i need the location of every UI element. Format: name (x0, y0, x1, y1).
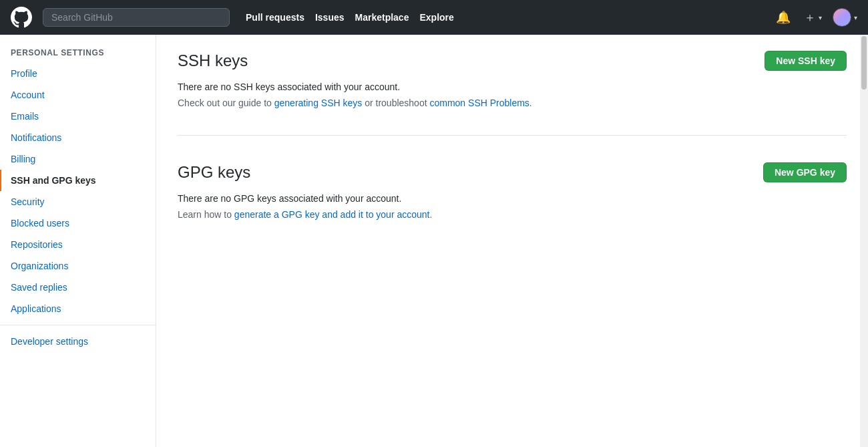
sidebar-item-emails[interactable]: Emails (0, 106, 156, 127)
sidebar-link-saved-replies[interactable]: Saved replies (0, 277, 156, 298)
sidebar-item-notifications[interactable]: Notifications (0, 127, 156, 148)
sidebar-item-billing[interactable]: Billing (0, 148, 156, 170)
search-input[interactable] (43, 8, 230, 27)
chevron-down-icon-avatar: ▾ (854, 14, 857, 21)
sidebar-link-applications[interactable]: Applications (0, 298, 156, 319)
navbar-right: 🔔 ＋ ▾ ▾ (773, 7, 857, 28)
sidebar-link-blocked-users[interactable]: Blocked users (0, 212, 156, 234)
notifications-button[interactable]: 🔔 (773, 7, 793, 27)
ssh-guide-middle: or troubleshoot (362, 98, 429, 108)
sidebar-link-ssh-gpg-keys[interactable]: SSH and GPG keys (0, 170, 156, 191)
sidebar: Personal settings Profile Account Emails… (0, 35, 156, 447)
scrollbar-thumb (861, 36, 867, 90)
ssh-section-title: SSH keys (178, 51, 248, 70)
sidebar-item-ssh-gpg-keys[interactable]: SSH and GPG keys (0, 170, 156, 191)
sidebar-link-account[interactable]: Account (0, 84, 156, 106)
github-logo[interactable] (11, 7, 32, 28)
sidebar-link-notifications[interactable]: Notifications (0, 127, 156, 148)
ssh-guide-text: Check out our guide to generating SSH ke… (178, 98, 847, 108)
main-content: SSH keys New SSH key There are no SSH ke… (156, 35, 868, 447)
sidebar-item-applications[interactable]: Applications (0, 298, 156, 319)
sidebar-heading: Personal settings (0, 48, 156, 63)
avatar-button[interactable]: ▾ (833, 8, 857, 27)
sidebar-item-profile[interactable]: Profile (0, 63, 156, 84)
sidebar-item-organizations[interactable]: Organizations (0, 255, 156, 277)
page-wrapper: Personal settings Profile Account Emails… (0, 35, 868, 447)
chevron-down-icon: ▾ (819, 14, 822, 21)
new-ssh-key-button[interactable]: New SSH key (765, 51, 847, 71)
generate-gpg-key-link[interactable]: generate a GPG key and add it to your ac… (234, 209, 430, 220)
sidebar-item-repositories[interactable]: Repositories (0, 234, 156, 255)
avatar (833, 8, 851, 27)
scrollbar[interactable] (860, 35, 868, 447)
sidebar-item-developer-settings[interactable]: Developer settings (0, 325, 156, 352)
gpg-section-header: GPG keys New GPG key (178, 162, 847, 182)
plus-icon: ＋ (804, 9, 816, 25)
bell-icon: 🔔 (776, 10, 791, 25)
nav-pull-requests[interactable]: Pull requests (246, 12, 304, 23)
generating-ssh-keys-link[interactable]: generating SSH keys (274, 98, 363, 108)
gpg-keys-section: GPG keys New GPG key There are no GPG ke… (178, 162, 847, 247)
sidebar-link-emails[interactable]: Emails (0, 106, 156, 127)
ssh-keys-section: SSH keys New SSH key There are no SSH ke… (178, 51, 847, 136)
gpg-learn-suffix: . (429, 209, 432, 220)
new-menu-button[interactable]: ＋ ▾ (801, 7, 825, 28)
navbar: Pull requests Issues Marketplace Explore… (0, 0, 868, 35)
ssh-section-header: SSH keys New SSH key (178, 51, 847, 71)
ssh-guide-prefix: Check out our guide to (178, 98, 274, 108)
navbar-links: Pull requests Issues Marketplace Explore (246, 12, 454, 23)
gpg-learn-text: Learn how to generate a GPG key and add … (178, 209, 847, 220)
nav-explore[interactable]: Explore (419, 12, 453, 23)
nav-marketplace[interactable]: Marketplace (355, 12, 409, 23)
sidebar-item-account[interactable]: Account (0, 84, 156, 106)
sidebar-item-security[interactable]: Security (0, 191, 156, 212)
sidebar-link-organizations[interactable]: Organizations (0, 255, 156, 277)
ssh-guide-suffix: . (529, 98, 532, 108)
sidebar-link-profile[interactable]: Profile (0, 63, 156, 84)
sidebar-nav: Profile Account Emails Notifications Bil… (0, 63, 156, 352)
nav-issues[interactable]: Issues (315, 12, 345, 23)
sidebar-link-billing[interactable]: Billing (0, 148, 156, 170)
sidebar-item-saved-replies[interactable]: Saved replies (0, 277, 156, 298)
gpg-no-keys-text: There are no GPG keys associated with yo… (178, 193, 847, 204)
ssh-no-keys-text: There are no SSH keys associated with yo… (178, 82, 847, 92)
sidebar-link-repositories[interactable]: Repositories (0, 234, 156, 255)
new-gpg-key-button[interactable]: New GPG key (763, 162, 847, 182)
sidebar-item-blocked-users[interactable]: Blocked users (0, 212, 156, 234)
gpg-learn-prefix: Learn how to (178, 209, 234, 220)
common-ssh-problems-link[interactable]: common SSH Problems (429, 98, 529, 108)
sidebar-link-developer-settings[interactable]: Developer settings (0, 331, 156, 352)
gpg-section-title: GPG keys (178, 163, 250, 182)
sidebar-link-security[interactable]: Security (0, 191, 156, 212)
